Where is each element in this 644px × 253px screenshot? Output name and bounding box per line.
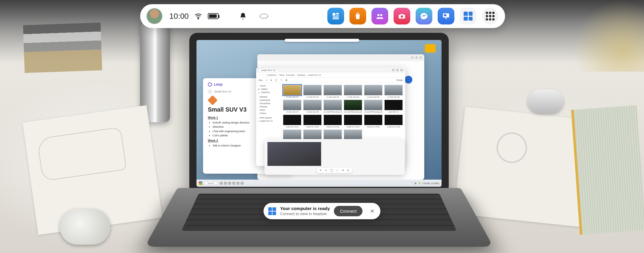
file-thumbnail: c1 small Photoshop (1) (323, 100, 342, 113)
window-controls[interactable] (392, 69, 403, 71)
taskbar-search[interactable]: Search (204, 182, 217, 185)
windows-icon (268, 207, 276, 215)
file-thumbnail: c1 side view (8) (303, 100, 322, 113)
file-thumbnail: small suv v3 (3) (323, 115, 342, 128)
designer-app-window: ✎A◯⬚↺↻ (264, 139, 405, 175)
battery-icon[interactable] (208, 13, 219, 19)
file-thumbnail: c1 side view (7) (283, 100, 301, 113)
svg-point-0 (198, 18, 199, 19)
store-app-icon[interactable] (349, 8, 366, 24)
svg-point-9 (401, 15, 403, 17)
windows-app-icon[interactable] (460, 8, 476, 24)
svg-point-8 (380, 14, 382, 16)
designer-toolbar[interactable]: ✎A◯⬚↺↻ (317, 168, 352, 173)
universal-menu-bar: 10:00 (140, 4, 505, 28)
file-thumbnail: small suv v3 (1) (283, 115, 301, 128)
explorer-toolbar: New ✂⧉📋✎🗑 Details (256, 78, 405, 83)
file-thumbnail: small suv v3 (4) (344, 115, 362, 128)
loop-icon (208, 82, 212, 87)
file-thumbnail: c1 side view (5) (364, 85, 383, 98)
notifications-button[interactable] (235, 8, 251, 24)
browser-titlebar (257, 54, 424, 61)
explorer-titlebar: small SUV v3 (256, 67, 405, 73)
file-thumbnail: c1 small Photoshop (3) (364, 100, 383, 113)
file-thumbnail (303, 129, 322, 140)
svg-rect-2 (333, 13, 335, 16)
profile-avatar[interactable] (147, 8, 162, 24)
file-thumbnail: side SUV v3 (384, 100, 403, 113)
details-toggle[interactable]: Details (397, 79, 403, 81)
svg-rect-4 (336, 15, 339, 16)
loop-add-tab[interactable]: + (208, 90, 212, 94)
clock-label[interactable]: 10:00 (169, 12, 189, 21)
messenger-app-icon[interactable] (416, 8, 432, 24)
file-thumbnail (344, 129, 362, 140)
explorer-breadcrumb[interactable]: ←→↑ OneDrive› Team - Personal› Desktop› … (256, 73, 405, 78)
new-button[interactable]: New (258, 79, 263, 81)
svg-rect-6 (333, 18, 339, 19)
file-thumbnail: c1 side view (1) (283, 85, 301, 98)
camera-app-icon[interactable] (394, 8, 410, 24)
designer-canvas (267, 142, 321, 166)
svg-point-7 (377, 14, 380, 16)
file-thumbnail: c1 side view (2) (303, 85, 322, 98)
taskbar-pinned-apps[interactable] (220, 182, 244, 185)
wifi-icon[interactable] (194, 12, 202, 20)
pencil-icon (208, 95, 218, 105)
file-thumbnail: small suv v3 (6) (384, 115, 403, 128)
svg-rect-5 (333, 16, 339, 17)
svg-point-1 (260, 14, 268, 18)
connect-toast: Your computer is ready Connect to view i… (264, 203, 380, 219)
file-thumbnail: c1 side view (4) (344, 85, 362, 98)
spiral-notebook (571, 105, 644, 235)
laptop-screen-bezel: Loop + Small SUV v3 Small SUV V3 Week 1 … (189, 33, 449, 194)
taskbar-tray[interactable]: ⌃🔊🔋 1:23 AM 1/1/2024 (411, 182, 439, 184)
browser-profile-avatar (405, 76, 412, 84)
file-thumbnail: c1 side view (3) (323, 85, 342, 98)
file-thumbnail (283, 129, 301, 140)
loop-brand-label: Loop (214, 82, 222, 87)
people-app-icon[interactable] (371, 8, 388, 24)
feed-app-icon[interactable] (327, 8, 344, 24)
remote-desktop-app-icon[interactable] (438, 8, 454, 24)
file-thumbnail: c1 small Photoshop (2) (344, 100, 362, 113)
pencil-cup (572, 0, 644, 72)
close-icon[interactable]: ✕ (368, 207, 376, 215)
book-stack (23, 23, 102, 73)
start-button-icon[interactable] (199, 181, 202, 185)
file-thumbnail: c1 side view (6) (384, 85, 403, 98)
boundary-status-icon[interactable] (256, 8, 272, 24)
file-thumbnail (323, 129, 342, 140)
window-grab-bar[interactable] (285, 39, 359, 42)
svg-rect-12 (444, 14, 446, 16)
loop-tab-label[interactable]: Small SUV v3 (214, 90, 231, 93)
laptop-display: Loop + Small SUV v3 Small SUV V3 Week 1 … (196, 40, 442, 187)
explorer-tab[interactable]: small SUV v3 (258, 68, 278, 72)
all-apps-button[interactable] (482, 8, 499, 24)
file-thumbnail: small suv v3 (2) (303, 115, 322, 128)
file-thumbnail: small suv v3 (5) (364, 115, 383, 128)
desk-mouse (528, 90, 564, 113)
toast-subtitle: Connect to view in headset (280, 212, 330, 216)
svg-rect-11 (445, 18, 447, 19)
windows-taskbar[interactable]: Search ⌃🔊🔋 1:23 AM 1/1/2024 (196, 180, 442, 187)
vr-controller (60, 209, 110, 245)
toast-title: Your computer is ready (280, 206, 330, 212)
desktop-folder-icon (425, 44, 436, 53)
svg-rect-3 (336, 13, 339, 15)
connect-button[interactable]: Connect (334, 206, 363, 216)
